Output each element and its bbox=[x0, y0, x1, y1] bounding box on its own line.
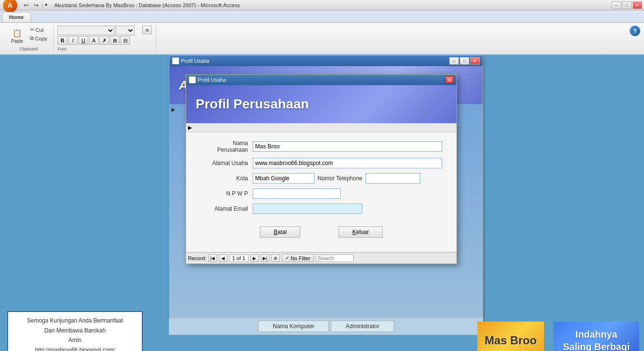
npwp-label: N P W P bbox=[200, 190, 253, 197]
modal-nav-arrow-row: ▶ bbox=[186, 123, 456, 132]
record-last-button[interactable]: ▶| bbox=[261, 254, 269, 262]
kota-label: Kota bbox=[200, 175, 253, 182]
ribbon: Home 📋 Paste ✂ Cut ⧉ Copy bbox=[0, 10, 644, 55]
cut-icon: ✂ bbox=[30, 27, 34, 33]
title-bar-controls: ─ □ ✕ bbox=[612, 1, 642, 9]
record-nav-label: Record: bbox=[188, 255, 207, 261]
close-button[interactable]: ✕ bbox=[633, 1, 642, 9]
underline-button[interactable]: U bbox=[79, 36, 88, 45]
copy-button[interactable]: ⧉ Copy bbox=[28, 34, 50, 42]
align-left-button[interactable]: ≡ bbox=[142, 26, 152, 34]
font-family-select[interactable] bbox=[58, 26, 115, 35]
quick-access-toolbar: ↩ ↪ ▼ bbox=[20, 0, 50, 10]
bg-minimize-button[interactable]: ─ bbox=[449, 57, 459, 65]
record-first-button[interactable]: |◀ bbox=[208, 254, 217, 262]
modal-header-text: Profil Perusahaan bbox=[196, 97, 309, 112]
clipboard-label: Clipboard bbox=[20, 46, 38, 51]
bg-window-title: Profil Usaha bbox=[181, 58, 209, 64]
modal-header-banner: Profil Perusahaan bbox=[186, 85, 456, 123]
bg-form-icon bbox=[172, 58, 179, 64]
help-icon: ? bbox=[633, 28, 637, 35]
copy-icon: ⧉ bbox=[30, 35, 34, 41]
footer-line4: http://masbroo66.blogspot.com/ bbox=[13, 345, 137, 351]
bold-button[interactable]: B bbox=[58, 36, 67, 45]
align-row1: ≡ bbox=[142, 26, 152, 34]
record-nav: Record: |◀ ◀ ▶ ▶| ⊕ ✓ No Filter bbox=[186, 252, 456, 263]
record-new-button[interactable]: ⊕ bbox=[271, 254, 280, 262]
help-button[interactable]: ? bbox=[630, 26, 640, 36]
align-group: ≡ bbox=[139, 25, 156, 52]
bottom-nav: Nama Komputer Administrator bbox=[169, 317, 483, 335]
nomor-telephone-input[interactable] bbox=[366, 173, 420, 184]
clipboard-group: 📋 Paste ✂ Cut ⧉ Copy Clipboard bbox=[4, 25, 54, 52]
bg-nav-arrow: ▶ bbox=[171, 107, 175, 112]
qat-dropdown[interactable]: ▼ bbox=[44, 1, 49, 9]
search-input[interactable] bbox=[316, 254, 354, 262]
ribbon-content: 📋 Paste ✂ Cut ⧉ Copy Clipboard bbox=[0, 22, 644, 54]
bg-close-button[interactable]: ✕ bbox=[470, 57, 480, 65]
alamat-email-row: Alamat Email bbox=[200, 204, 442, 214]
no-filter-label: No Filter bbox=[291, 255, 311, 261]
alamat-usaha-input[interactable] bbox=[253, 158, 442, 168]
office-button[interactable]: A bbox=[3, 0, 17, 12]
paste-button[interactable]: 📋 Paste bbox=[8, 26, 27, 45]
paste-icon: 📋 bbox=[11, 27, 23, 39]
nama-komputer-tab[interactable]: Nama Komputer bbox=[258, 321, 329, 332]
bg-window-controls: ─ □ ✕ bbox=[449, 57, 480, 65]
keluar-button[interactable]: Keluar bbox=[338, 226, 383, 238]
kota-input[interactable] bbox=[253, 173, 315, 184]
npwp-row: N P W P bbox=[200, 188, 442, 199]
alamat-email-input[interactable] bbox=[253, 204, 362, 214]
bg-maximize-button[interactable]: □ bbox=[460, 57, 469, 65]
qat-separator bbox=[42, 2, 42, 9]
clipboard-buttons: 📋 Paste ✂ Cut ⧉ Copy bbox=[8, 26, 50, 45]
italic-button[interactable]: I bbox=[68, 36, 78, 45]
footer-line3: Amin bbox=[13, 335, 137, 345]
record-next-button[interactable]: ▶ bbox=[250, 254, 259, 262]
administrator-tab[interactable]: Administrator bbox=[331, 321, 394, 332]
alamat-usaha-label: Alamat Usaha bbox=[200, 160, 253, 166]
modal-buttons: Batal Keluar bbox=[200, 219, 442, 247]
modal-title: Profil Usaha bbox=[198, 77, 226, 83]
no-filter-button[interactable]: ✓ No Filter bbox=[282, 254, 314, 262]
nama-perusahaan-input[interactable] bbox=[253, 141, 442, 152]
nama-perusahaan-label: Nama Perusahaan bbox=[200, 140, 253, 153]
footer-line1: Semoga Kunjungan Anda Bermanfaat bbox=[13, 316, 137, 325]
grid-button[interactable]: ⊟ bbox=[120, 36, 130, 45]
redo-button[interactable]: ↪ bbox=[32, 1, 40, 9]
maximize-button[interactable]: □ bbox=[622, 1, 632, 9]
batal-button[interactable]: Batal bbox=[260, 226, 300, 238]
title-bar: A ↩ ↪ ▼ Akuntansi Sederhana By MasBroo :… bbox=[0, 0, 644, 10]
brand-masbroo-text: Mas Broo bbox=[485, 334, 536, 347]
modal-form-icon bbox=[189, 77, 196, 83]
undo-button[interactable]: ↩ bbox=[22, 1, 30, 9]
footer-line2: Dan Membawa Barokah bbox=[13, 326, 137, 335]
record-current-input[interactable] bbox=[229, 254, 248, 262]
font-size-select[interactable] bbox=[116, 26, 135, 35]
npwp-input[interactable] bbox=[253, 188, 341, 199]
minimize-button[interactable]: ─ bbox=[612, 1, 621, 9]
main-area: Profil Usaha ─ □ ✕ Akuntansi Sederhana ▶… bbox=[0, 55, 644, 351]
filter-check-icon: ✓ bbox=[285, 255, 289, 261]
record-prev-button[interactable]: ◀ bbox=[219, 254, 228, 262]
font-color-button[interactable]: A bbox=[89, 36, 99, 45]
brand-masbroo-box: Mas Broo bbox=[477, 322, 544, 351]
modal-titlebar: Profil Usaha ✕ bbox=[186, 75, 456, 85]
kota-row: Kota Nomor Telephone bbox=[200, 173, 442, 184]
cut-button[interactable]: ✂ Cut bbox=[28, 26, 50, 34]
modal-close-button[interactable]: ✕ bbox=[445, 76, 454, 84]
alamat-usaha-row: Alamat Usaha bbox=[200, 158, 442, 168]
clear-format-button[interactable]: ✗ bbox=[99, 36, 109, 45]
modal-nav-arrow: ▶ bbox=[188, 125, 192, 130]
brand-indah-box: Indahnya Saling Berbagi bbox=[554, 322, 639, 351]
title-bar-left: A ↩ ↪ ▼ Akuntansi Sederhana By MasBroo :… bbox=[2, 0, 240, 13]
modal-body: Nama Perusahaan Alamat Usaha Kota Nomor … bbox=[186, 132, 456, 252]
clipboard-small-buttons: ✂ Cut ⧉ Copy bbox=[28, 26, 50, 42]
alamat-email-label: Alamat Email bbox=[200, 205, 253, 212]
modal-titlebar-left: Profil Usaha bbox=[189, 77, 226, 83]
nama-perusahaan-row: Nama Perusahaan bbox=[200, 140, 442, 153]
bg-window-titlebar: Profil Usaha ─ □ ✕ bbox=[169, 56, 483, 66]
table-button[interactable]: ⊞ bbox=[110, 36, 119, 45]
bg-titlebar-left: Profil Usaha bbox=[172, 58, 209, 64]
tab-home[interactable]: Home bbox=[2, 12, 31, 22]
